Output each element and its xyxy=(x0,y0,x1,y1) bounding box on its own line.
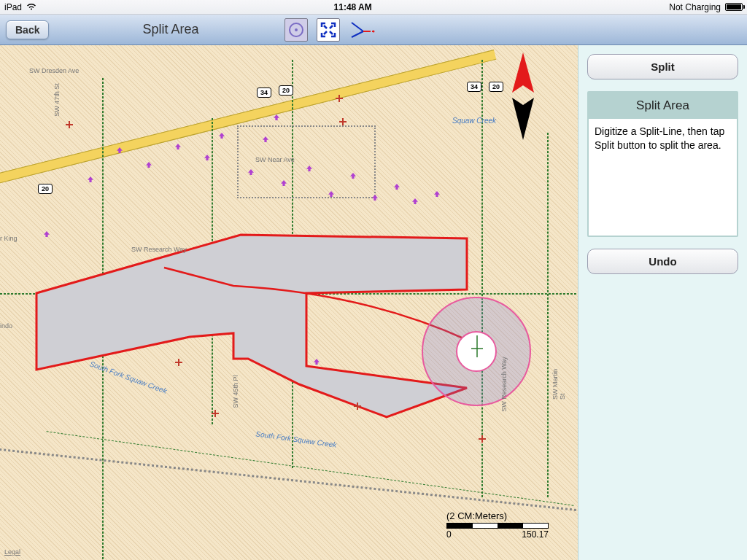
main: 20 34 20 34 20 SW Dresden Ave SW Near Av… xyxy=(0,45,747,560)
route-shield: 20 xyxy=(489,82,503,92)
page-title: Split Area xyxy=(142,22,198,37)
svg-marker-1 xyxy=(36,235,467,417)
status-bar: iPad 11:48 AM Not Charging xyxy=(0,0,747,15)
survey-marker xyxy=(339,118,347,125)
wifi-icon xyxy=(26,2,36,12)
split-button[interactable]: Split xyxy=(587,54,738,79)
street-label: SW Dresden Ave xyxy=(29,67,79,74)
svg-marker-2 xyxy=(512,52,534,93)
scale-max: 150.17 xyxy=(522,529,549,540)
digitize-cursor-cross xyxy=(471,335,483,357)
scale-segments xyxy=(446,523,549,529)
toolbar: Back Split Area xyxy=(0,15,747,45)
gps-target-button[interactable] xyxy=(285,18,308,42)
back-button[interactable]: Back xyxy=(6,20,49,39)
map-canvas[interactable]: 20 34 20 34 20 SW Dresden Ave SW Near Av… xyxy=(0,45,578,560)
survey-marker xyxy=(354,402,361,410)
street-label: SW 47th St xyxy=(53,83,61,117)
route-shield: 34 xyxy=(467,82,481,92)
route-shield: 20 xyxy=(279,85,293,96)
survey-marker xyxy=(212,410,219,417)
zoom-extent-button[interactable] xyxy=(317,18,340,42)
street-label: SW Near Ave xyxy=(255,156,295,163)
clock: 11:48 AM xyxy=(36,2,669,12)
battery-icon xyxy=(725,3,743,11)
survey-marker xyxy=(175,359,182,366)
street-label: SW Martin St xyxy=(551,362,566,400)
scale-unit-label: (2 CM:Meters) xyxy=(446,510,549,521)
charge-label: Not Charging xyxy=(669,2,721,12)
survey-marker xyxy=(479,435,486,443)
street-label: SW Research Way xyxy=(131,246,187,253)
compass-icon xyxy=(505,52,541,140)
poi-label: r King xyxy=(0,235,18,242)
instruction-card: Split Area Digitize a Split-Line, then t… xyxy=(587,91,738,237)
tool-group xyxy=(285,18,378,42)
svg-point-0 xyxy=(373,30,375,32)
side-panel: Split Split Area Digitize a Split-Line, … xyxy=(578,45,747,560)
scale-bar: (2 CM:Meters) 0 150.17 xyxy=(446,510,549,540)
svg-marker-3 xyxy=(512,98,534,140)
card-body: Digitize a Split-Line, then tap Split bu… xyxy=(589,119,737,236)
route-shield: 34 xyxy=(257,88,271,98)
legal-link[interactable]: Legal xyxy=(4,548,20,556)
route-shield: 20 xyxy=(38,184,53,194)
survey-marker xyxy=(336,95,343,102)
split-line-tool-button[interactable] xyxy=(349,18,378,42)
survey-marker xyxy=(66,121,73,128)
undo-button[interactable]: Undo xyxy=(587,249,738,274)
card-title: Split Area xyxy=(589,93,737,119)
device-label: iPad xyxy=(4,2,22,12)
street-label: SW Research Way xyxy=(500,357,508,412)
creek-label: Squaw Creek xyxy=(452,117,496,125)
poi-label: indo xyxy=(0,322,12,330)
scale-min: 0 xyxy=(446,529,452,540)
street-label: SW 45th Pl xyxy=(232,375,239,408)
